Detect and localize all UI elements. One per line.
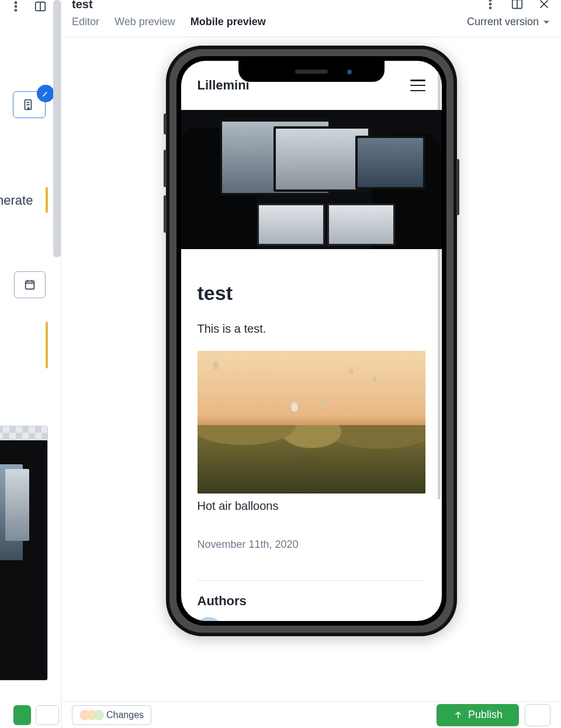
view-tabs: Editor Web preview Mobile preview <box>72 16 266 28</box>
document-icon <box>22 98 34 111</box>
sidebar-title-card[interactable] <box>13 91 46 118</box>
left-action-button[interactable] <box>13 705 31 725</box>
article-date: November 11th, 2020 <box>198 539 425 551</box>
svg-point-17 <box>490 7 491 9</box>
avatars-stack <box>79 710 101 720</box>
version-label: Current version <box>467 16 539 28</box>
changes-label: Changes <box>106 710 144 720</box>
sidebar-date-card[interactable] <box>14 271 46 298</box>
sidebar: t version nerate <box>0 0 61 728</box>
phone-vol-down <box>164 195 167 233</box>
panel-icon[interactable] <box>511 0 524 11</box>
phone-frame: Lillemini test This is a test. <box>166 46 457 636</box>
phone-power <box>456 159 459 215</box>
phone-notch <box>238 61 385 82</box>
kebab-icon[interactable] <box>484 0 497 11</box>
article-title: test <box>198 282 425 305</box>
sidebar-marker-2 <box>46 322 48 368</box>
publish-more-button[interactable] <box>525 704 550 726</box>
sidebar-scrollbar[interactable] <box>53 0 61 257</box>
page-title: test <box>72 0 93 11</box>
changes-button[interactable]: Changes <box>72 705 151 725</box>
sidebar-marker <box>46 187 48 213</box>
article-lead: This is a test. <box>198 322 425 336</box>
left-secondary-button[interactable] <box>36 705 59 725</box>
preview-stage: Lillemini test This is a test. <box>61 37 561 701</box>
panel-icon[interactable] <box>34 0 47 13</box>
tab-editor[interactable]: Editor <box>72 16 99 28</box>
svg-point-0 <box>15 2 17 4</box>
tab-mobile-preview[interactable]: Mobile preview <box>191 16 266 28</box>
header: test Editor Web preview Mobile preview C… <box>61 0 561 37</box>
article-image <box>198 351 425 494</box>
phone-screen: Lillemini test This is a test. <box>181 61 442 621</box>
tab-web-preview[interactable]: Web preview <box>115 16 175 28</box>
publish-label: Publish <box>468 709 503 721</box>
kebab-icon[interactable] <box>9 0 22 13</box>
footer: Changes Publish <box>61 701 561 728</box>
sidebar-image-field[interactable] <box>0 426 48 681</box>
menu-icon[interactable] <box>410 80 425 91</box>
calendar-icon <box>23 278 36 291</box>
phone-vol-up <box>164 150 167 187</box>
divider <box>198 580 425 581</box>
svg-rect-8 <box>26 281 34 289</box>
close-icon[interactable] <box>538 0 550 11</box>
version-select[interactable]: Current version <box>467 16 550 28</box>
phone-mute-switch <box>164 113 167 134</box>
svg-point-16 <box>490 4 491 5</box>
authors-heading: Authors <box>198 594 425 609</box>
site-name[interactable]: Lillemini <box>198 78 250 93</box>
edit-icon[interactable] <box>37 85 54 102</box>
sidebar-generate-label[interactable]: nerate <box>0 193 33 208</box>
svg-point-2 <box>15 9 17 11</box>
svg-point-15 <box>490 0 491 1</box>
svg-point-1 <box>15 6 17 8</box>
publish-button[interactable]: Publish <box>437 704 519 726</box>
hero-image <box>181 110 442 249</box>
image-caption: Hot air balloons <box>198 499 425 513</box>
main-panel: test Editor Web preview Mobile preview C… <box>61 0 561 728</box>
